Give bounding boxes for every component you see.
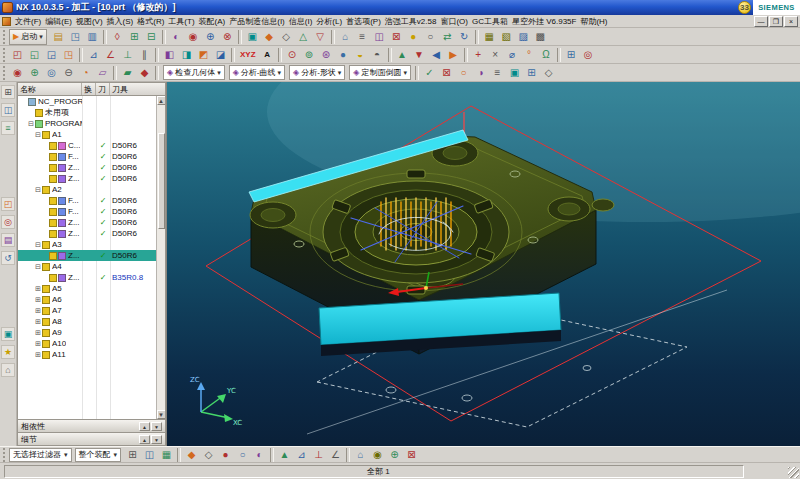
- resize-grip[interactable]: [788, 467, 799, 478]
- toolbar-icon[interactable]: ◐: [168, 29, 185, 45]
- toolbar-icon[interactable]: ◳: [60, 47, 77, 63]
- expander-icon[interactable]: ⊞: [34, 351, 42, 359]
- toolbar-icon[interactable]: [103, 30, 107, 44]
- toolbar-icon[interactable]: [155, 66, 159, 80]
- toolbar-icon[interactable]: [331, 30, 335, 44]
- toolbar-icon[interactable]: ◳: [67, 29, 84, 45]
- toolbar-icon[interactable]: ▲: [394, 47, 411, 63]
- toolbar-icon[interactable]: ▰: [119, 65, 136, 81]
- toolbar-icon[interactable]: ▧: [498, 29, 515, 45]
- resource-tab-icon[interactable]: ◰: [1, 197, 15, 211]
- navigator-row[interactable]: ⊟ A2: [18, 184, 156, 195]
- navigator-row[interactable]: Z... ✓ D50R6: [18, 250, 156, 261]
- column-toolchange[interactable]: 换: [82, 83, 96, 95]
- toolbar-icon[interactable]: ▩: [532, 29, 549, 45]
- navigator-row[interactable]: ⊞ A8: [18, 316, 156, 327]
- toolbar-icon[interactable]: ▼: [411, 47, 428, 63]
- column-name[interactable]: 名称: [18, 83, 82, 95]
- toolbar-icon[interactable]: ◑: [472, 65, 489, 81]
- toolbar-icon[interactable]: ▣: [506, 65, 523, 81]
- expander-icon[interactable]: ⊟: [34, 186, 42, 194]
- toolbar-icon[interactable]: ○: [422, 29, 439, 45]
- toolbar-icon[interactable]: ⊚: [301, 47, 318, 63]
- toolbar-icon[interactable]: ○: [455, 65, 472, 81]
- menu-item[interactable]: 星空外挂 V6.935F: [510, 16, 578, 27]
- toolbar-icon[interactable]: ◲: [43, 47, 60, 63]
- toolbar-icon[interactable]: ◉: [9, 65, 26, 81]
- toolbar-icon[interactable]: [278, 48, 282, 62]
- navigator-row[interactable]: NC_PROGRAM: [18, 96, 156, 107]
- toolbar-icon[interactable]: ⊕: [386, 447, 403, 463]
- toolbar-grip[interactable]: [3, 66, 6, 80]
- toolbar-icon[interactable]: [79, 48, 83, 62]
- toolbar-icon[interactable]: ◆: [183, 447, 200, 463]
- collapse-down-icon[interactable]: ▼: [151, 422, 162, 431]
- toolbar-icon[interactable]: +: [470, 47, 487, 63]
- toolbar-icon[interactable]: ▽: [312, 29, 329, 45]
- toolbar-icon[interactable]: ◔: [77, 65, 94, 81]
- analysis-dropdown[interactable]: ◈ 定制面倒圆 ▾: [349, 65, 411, 80]
- navigator-row[interactable]: Z... ✓ D50R6: [18, 228, 156, 239]
- menu-item[interactable]: 格式(R): [135, 16, 166, 27]
- toolbar-icon[interactable]: ⊞: [124, 447, 141, 463]
- expander-icon[interactable]: ⊞: [34, 285, 42, 293]
- expander-icon[interactable]: ⊟: [34, 131, 42, 139]
- toolbar-icon[interactable]: ↻: [456, 29, 473, 45]
- navigator-row[interactable]: F... ✓ D50R6: [18, 195, 156, 206]
- toolbar-icon[interactable]: XYZ: [237, 47, 259, 63]
- toolbar-icon[interactable]: ⊕: [26, 65, 43, 81]
- toolbar-icon[interactable]: ◐: [251, 447, 268, 463]
- start-menu-button[interactable]: ▶ 启动 ▾: [9, 29, 47, 45]
- toolbar-icon[interactable]: [346, 448, 350, 462]
- toolbar-icon[interactable]: [475, 30, 479, 44]
- toolbar-icon[interactable]: ⊥: [119, 47, 136, 63]
- resource-tab-icon[interactable]: ⊞: [1, 85, 15, 99]
- toolbar-icon[interactable]: [415, 66, 419, 80]
- navigator-row[interactable]: C... ✓ D50R6: [18, 140, 156, 151]
- toolbar-icon[interactable]: ✓: [421, 65, 438, 81]
- toolbar-icon[interactable]: ⌀: [504, 47, 521, 63]
- toolbar-icon[interactable]: ◉: [185, 29, 202, 45]
- toolbar-icon[interactable]: ◧: [161, 47, 178, 63]
- toolbar-icon[interactable]: ▱: [94, 65, 111, 81]
- toolbar-icon[interactable]: ⊕: [202, 29, 219, 45]
- toolbar-grip[interactable]: [3, 448, 6, 462]
- toolbar-icon[interactable]: ◫: [371, 29, 388, 45]
- menu-item[interactable]: 产品制造信息(I): [227, 16, 287, 27]
- toolbar-icon[interactable]: ⊿: [85, 47, 102, 63]
- toolbar-icon[interactable]: ◎: [580, 47, 597, 63]
- toolbar-icon[interactable]: ◎: [43, 65, 60, 81]
- toolbar-icon[interactable]: [270, 448, 274, 462]
- menu-item[interactable]: 编辑(E): [43, 16, 74, 27]
- toolbar-icon[interactable]: △: [295, 29, 312, 45]
- expander-icon[interactable]: ⊞: [34, 329, 42, 337]
- toolbar-icon[interactable]: ⌂: [337, 29, 354, 45]
- toolbar-icon[interactable]: ⊠: [438, 65, 455, 81]
- expander-icon[interactable]: ⊟: [34, 241, 42, 249]
- resource-tab-icon[interactable]: ⌂: [1, 363, 15, 377]
- navigator-row[interactable]: Z... ✓ B35R0.8: [18, 272, 156, 283]
- navigator-row[interactable]: Z... ✓ D50R6: [18, 173, 156, 184]
- resource-tab-icon[interactable]: ▤: [1, 233, 15, 247]
- toolbar-icon[interactable]: [388, 48, 392, 62]
- toolbar-icon[interactable]: ×: [487, 47, 504, 63]
- collapse-up-icon[interactable]: ▲: [139, 435, 150, 444]
- navigator-row[interactable]: ⊟ A1: [18, 129, 156, 140]
- navigator-row[interactable]: ⊞ A7: [18, 305, 156, 316]
- toolbar-icon[interactable]: ◇: [540, 65, 557, 81]
- navigator-row[interactable]: ⊞ A5: [18, 283, 156, 294]
- expander-icon[interactable]: ⊞: [34, 340, 42, 348]
- toolbar-icon[interactable]: [162, 30, 166, 44]
- navigator-row[interactable]: ⊞ A6: [18, 294, 156, 305]
- toolbar-icon[interactable]: ⊿: [293, 447, 310, 463]
- dependencies-panel-bar[interactable]: 相依性 ▲ ▼: [18, 419, 165, 432]
- toolbar-icon[interactable]: ⊞: [563, 47, 580, 63]
- resource-tab-icon[interactable]: ★: [1, 345, 15, 359]
- menu-item[interactable]: 文件(F): [13, 16, 43, 27]
- toolbar-icon[interactable]: ▶: [445, 47, 462, 63]
- menu-item[interactable]: 帮助(H): [578, 16, 609, 27]
- toolbar-icon[interactable]: ▲: [276, 447, 293, 463]
- toolbar-icon[interactable]: ◫: [141, 447, 158, 463]
- details-panel-bar[interactable]: 细节 ▲ ▼: [18, 432, 165, 445]
- toolbar-icon[interactable]: ∠: [327, 447, 344, 463]
